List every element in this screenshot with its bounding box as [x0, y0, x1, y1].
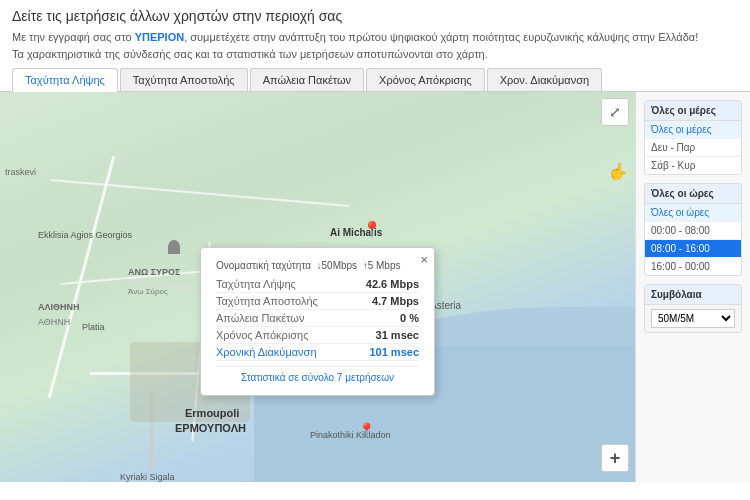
- desc-before: Με την εγγραφή σας στο: [12, 31, 135, 43]
- desc-line2: Τα χαρακτηριστικά της σύνδεσής σας και τ…: [12, 48, 488, 60]
- sidebar: Όλες οι μέρες Όλες οι μέρες Δευ - Παρ Σά…: [635, 92, 750, 482]
- sidebar-days-header: Όλες οι μέρες: [645, 101, 741, 121]
- popup-label-response: Χρόνος Απόκρισης: [216, 329, 309, 341]
- brand-name: ΥΠΕΡΙΟΝ: [135, 31, 185, 43]
- zoom-plus-button[interactable]: +: [601, 444, 629, 472]
- fullscreen-icon: ⤢: [609, 104, 621, 120]
- tab-download-speed[interactable]: Ταχύτητα Λήψης: [12, 68, 118, 92]
- church-icon: [168, 240, 180, 254]
- header-section: Δείτε τις μετρήσεις άλλων χρηστών στην π…: [0, 0, 750, 68]
- label-ano-syros: ΑΝΩ ΣΥΡΟΣ: [128, 267, 181, 277]
- sidebar-hours-afternoon[interactable]: 16:00 - 00:00: [645, 258, 741, 275]
- sidebar-hours-header: Όλες οι ώρες: [645, 184, 741, 204]
- label-platia: Platia: [82, 322, 105, 332]
- main-content: 📍 Ekklisia Agios Georgios Platia Ai Mich…: [0, 92, 750, 482]
- tab-response-time[interactable]: Χρόνος Απόκρισης: [366, 68, 485, 91]
- sidebar-hours-night[interactable]: 00:00 - 08:00: [645, 222, 741, 240]
- sidebar-days-section: Όλες οι μέρες Όλες οι μέρες Δευ - Παρ Σά…: [644, 100, 742, 175]
- popup-value-response: 31 msec: [376, 329, 419, 341]
- label-kyriaki: Kyriaki Sigala: [120, 472, 175, 482]
- sidebar-symbols-dropdown: 50M/5M: [645, 305, 741, 332]
- sidebar-hours-section: Όλες οι ώρες Όλες οι ώρες 00:00 - 08:00 …: [644, 183, 742, 276]
- popup-label-jitter: Χρονική Διακύμανση: [216, 346, 317, 358]
- popup-close-button[interactable]: ×: [420, 252, 428, 267]
- popup-nominal: Ονομαστική ταχύτητα ↓50Mbps ↑5 Mbps: [216, 260, 419, 271]
- label-alithini: ΑΛΙΘΗΝΗ: [38, 302, 80, 312]
- header-description: Με την εγγραφή σας στο ΥΠΕΡΙΟΝ, συμμετέχ…: [12, 29, 738, 62]
- popup-row-upload: Ταχύτητα Αποστολής 4.7 Mbps: [216, 293, 419, 310]
- sidebar-days-weekday[interactable]: Δευ - Παρ: [645, 139, 741, 157]
- label-traskevi: traskevi: [5, 167, 36, 177]
- popup-nominal-up: ↑5 Mbps: [363, 260, 401, 271]
- label-athini: ΑΘΗΝΗ: [38, 317, 70, 327]
- map-area[interactable]: 📍 Ekklisia Agios Georgios Platia Ai Mich…: [0, 92, 635, 482]
- sidebar-hours-all[interactable]: Όλες οι ώρες: [645, 204, 741, 222]
- sidebar-symbols-section: Συμβόλαια 50M/5M: [644, 284, 742, 333]
- label-ermoupoli: Ermoupoli: [185, 407, 239, 419]
- popup-label-download: Ταχύτητα Λήψης: [216, 278, 296, 290]
- fullscreen-button[interactable]: ⤢: [601, 98, 629, 126]
- tab-jitter[interactable]: Χρον. Διακύμανση: [487, 68, 603, 91]
- label-ano-syros2: Άνω Σύρος: [128, 287, 168, 296]
- popup-value-download: 42.6 Mbps: [366, 278, 419, 290]
- sidebar-days-all[interactable]: Όλες οι μέρες: [645, 121, 741, 139]
- popup-nominal-label: Ονομαστική ταχύτητα: [216, 260, 311, 271]
- popup-value-upload: 4.7 Mbps: [372, 295, 419, 307]
- tab-packet-loss[interactable]: Απώλεια Πακέτων: [250, 68, 364, 91]
- popup-row-jitter: Χρονική Διακύμανση 101 msec: [216, 344, 419, 361]
- label-ermoupoli2: ΕΡΜΟΥΠΟΛΗ: [175, 422, 246, 434]
- sidebar-symbols-header: Συμβόλαια: [645, 285, 741, 305]
- tab-upload-speed[interactable]: Ταχύτητα Αποστολής: [120, 68, 248, 91]
- sidebar-days-weekend[interactable]: Σάβ - Κυρ: [645, 157, 741, 174]
- label-pinakothiki: Pinakothiki Kikladon: [310, 430, 391, 440]
- popup-row-packetloss: Απώλεια Πακέτων 0 %: [216, 310, 419, 327]
- popup-row-download: Ταχύτητα Λήψης 42.6 Mbps: [216, 276, 419, 293]
- popup-stats: Στατιστικά σε σύνολο 7 μετρήσεων: [216, 366, 419, 383]
- popup-value-packetloss: 0 %: [400, 312, 419, 324]
- popup-value-jitter: 101 msec: [369, 346, 419, 358]
- pin-pinakothiki: 📍: [358, 422, 375, 438]
- popup-nominal-down: ↓50Mbps: [317, 260, 358, 271]
- popup-label-upload: Ταχύτητα Αποστολής: [216, 295, 318, 307]
- page-title: Δείτε τις μετρήσεις άλλων χρηστών στην π…: [12, 8, 738, 24]
- map-background: 📍 Ekklisia Agios Georgios Platia Ai Mich…: [0, 92, 635, 482]
- map-popup: × Ονομαστική ταχύτητα ↓50Mbps ↑5 Mbps Τα…: [200, 247, 435, 396]
- symbols-select[interactable]: 50M/5M: [651, 309, 735, 328]
- page-wrapper: Δείτε τις μετρήσεις άλλων χρηστών στην π…: [0, 0, 750, 482]
- tabs-bar: Ταχύτητα Λήψης Ταχύτητα Αποστολής Απώλει…: [0, 68, 750, 92]
- pin-ai-michalis: 📍: [362, 220, 382, 239]
- label-ekklisia: Ekklisia Agios Georgios: [38, 230, 132, 240]
- zoom-plus-icon: +: [610, 448, 621, 469]
- sidebar-hours-morning[interactable]: 08:00 - 16:00: [645, 240, 741, 258]
- popup-label-packetloss: Απώλεια Πακέτων: [216, 312, 304, 324]
- desc-after: , συμμετέχετε στην ανάπτυξη του πρώτου ψ…: [184, 31, 698, 43]
- popup-row-response: Χρόνος Απόκρισης 31 msec: [216, 327, 419, 344]
